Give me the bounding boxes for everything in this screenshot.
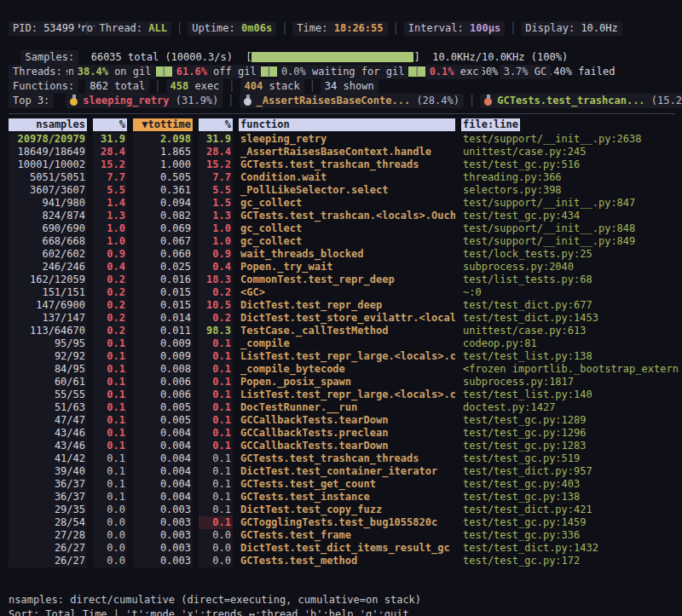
cell-pct-direct: 0.1 bbox=[93, 478, 127, 491]
cell-function: DictTest.test_copy_fuzz bbox=[239, 504, 455, 516]
cell-pct-cumulative: 0.1 bbox=[199, 401, 233, 414]
top3-percent: (28.4%) bbox=[410, 95, 459, 107]
cell-nsamples: 41/42 bbox=[9, 452, 87, 465]
threads-value: 0.0% bbox=[281, 66, 306, 78]
footer-legend: nsamples: direct/cumulative (direct=exec… bbox=[9, 593, 682, 607]
cell-fileline: <frozen importlib._bootstrap_external bbox=[461, 363, 679, 376]
cell-pct-direct: 0.4 bbox=[93, 261, 127, 273]
cell-tottime: 0.004 bbox=[133, 465, 193, 478]
cell-function: DictTest.test_store_evilattr.<locals... bbox=[239, 312, 455, 325]
cell-function: gc_collect bbox=[239, 222, 455, 235]
cell-nsamples: 113/64670 bbox=[9, 325, 87, 337]
cell-function: GCTests.test_frame bbox=[239, 529, 455, 542]
cell-pct-direct: 0.0 bbox=[93, 529, 127, 542]
cell-fileline: threading.py:366 bbox=[461, 171, 679, 184]
cell-function: GCTogglingTests.test_bug1055820c bbox=[239, 516, 455, 529]
threads-value: 38.4% bbox=[78, 66, 108, 78]
cell-pct-direct: 0.9 bbox=[93, 248, 127, 261]
info-display: Display: 10.0Hz bbox=[521, 21, 621, 36]
top3-function-name: _AssertRaisesBaseConte... bbox=[257, 95, 411, 107]
cell-fileline: unittest/case.py:613 bbox=[461, 325, 679, 337]
cell-pct-direct: 0.2 bbox=[93, 299, 127, 312]
cell-tottime: 0.505 bbox=[133, 171, 193, 184]
cell-pct-direct: 0.1 bbox=[93, 376, 127, 389]
cell-pct-cumulative: 0.0 bbox=[199, 542, 233, 555]
cell-pct-direct: 28.4 bbox=[93, 146, 127, 158]
cell-pct-cumulative: 0.1 bbox=[199, 452, 233, 465]
info-thread: Thread: ALL bbox=[95, 21, 170, 36]
functions-line: Functions:862 total│458 exec│404 stack│3… bbox=[9, 79, 682, 94]
cell-pct-cumulative: 0.0 bbox=[199, 529, 233, 542]
cell-nsamples: 92/92 bbox=[9, 350, 87, 363]
cell-nsamples: 690/690 bbox=[9, 222, 87, 235]
table-header-col-tottime[interactable]: ▼tottime bbox=[133, 118, 193, 131]
separator-icon: │ bbox=[84, 22, 90, 34]
cell-function: _PollLikeSelector.select bbox=[239, 184, 455, 197]
cell-fileline: test/test_gc.py:172 bbox=[461, 555, 679, 567]
threads-segment: 0.1% exc bbox=[425, 65, 483, 79]
cell-function: DocTestRunner.__run bbox=[239, 401, 455, 414]
cell-function: gc_collect bbox=[239, 197, 455, 210]
cell-fileline: test/test_gc.py:1459 bbox=[461, 516, 679, 529]
top3-entry[interactable]: GCTests.test_trashcan... (15.2%) bbox=[480, 94, 682, 108]
samples-line: Samples: 66035 total (10000.3/s)[] 10.0K… bbox=[9, 36, 682, 50]
footer-keybinds: Sort: Total Time | 't':mode 'x':trends ↔… bbox=[9, 607, 682, 616]
threads-segment: 38.4% on gil bbox=[73, 65, 156, 79]
cell-pct-direct: 1.0 bbox=[93, 222, 127, 235]
cell-tottime: 0.005 bbox=[133, 414, 193, 427]
functions-segment: 404 stack bbox=[240, 79, 304, 94]
cell-pct-cumulative: 0.1 bbox=[199, 350, 233, 363]
cell-pct-direct: 1.3 bbox=[93, 210, 127, 222]
cell-tottime: 0.015 bbox=[133, 286, 193, 299]
cell-fileline: subprocess.py:2040 bbox=[461, 261, 679, 273]
functions-value: 404 bbox=[245, 80, 263, 92]
cell-fileline: test/lock_tests.py:25 bbox=[461, 248, 679, 261]
top3-percent: (15.2%) bbox=[645, 95, 682, 107]
threads-text: GC bbox=[529, 66, 547, 78]
table-header-col-pct2[interactable]: % bbox=[199, 118, 233, 131]
cell-function: ListTest.test_repr_large.<locals>.check bbox=[239, 389, 455, 401]
footer: nsamples: direct/cumulative (direct=exec… bbox=[9, 593, 682, 616]
cell-nsamples: 5051/5051 bbox=[9, 171, 87, 184]
table-header-col-pct1[interactable]: % bbox=[93, 118, 127, 131]
samples-label: Samples: bbox=[20, 50, 78, 65]
cell-tottime: 0.069 bbox=[133, 222, 193, 235]
top3-entry[interactable]: _AssertRaisesBaseConte... (28.4%) bbox=[240, 94, 464, 108]
cell-fileline: test/test_gc.py:519 bbox=[461, 452, 679, 465]
functions-segment: 862 total bbox=[85, 79, 149, 94]
cell-pct-cumulative: 0.2 bbox=[199, 312, 233, 325]
info-pid-label: PID: bbox=[13, 22, 43, 34]
cell-pct-cumulative: 0.1 bbox=[199, 478, 233, 491]
table-header-col-fileline[interactable]: file:line bbox=[461, 118, 520, 131]
cell-fileline: test/support/__init__.py:849 bbox=[461, 235, 679, 248]
cell-tottime: 0.005 bbox=[133, 401, 193, 414]
cell-pct-direct: 0.1 bbox=[93, 350, 127, 363]
separator-icon: │ bbox=[393, 22, 399, 34]
info-thread-label: Thread: bbox=[99, 22, 148, 34]
cell-pct-cumulative: 28.4 bbox=[199, 146, 233, 158]
cell-function: Popen._posix_spawn bbox=[239, 376, 455, 389]
table-header-col-nsamples[interactable]: nsamples bbox=[9, 118, 87, 131]
cell-nsamples: 28/54 bbox=[9, 516, 87, 529]
info-time-label: Time: bbox=[297, 22, 333, 34]
cell-function: _compile_bytecode bbox=[239, 363, 455, 376]
cell-pct-direct: 1.0 bbox=[93, 235, 127, 248]
cell-tottime: 0.094 bbox=[133, 197, 193, 210]
cell-fileline: test/test_gc.py:1289 bbox=[461, 414, 679, 427]
cell-nsamples: 18649/18649 bbox=[9, 146, 87, 158]
cell-tottime: 0.003 bbox=[133, 516, 193, 529]
cell-fileline: test/test_dict.py:421 bbox=[461, 504, 679, 516]
functions-value: 862 bbox=[90, 80, 108, 92]
functions-label: Functions: bbox=[9, 79, 78, 94]
top3-entry[interactable]: sleeping_retry (31.9%) bbox=[66, 94, 223, 108]
threads-segment: 3.7% GC bbox=[500, 65, 552, 79]
cell-function: sleeping_retry bbox=[239, 133, 455, 146]
cell-pct-cumulative: 0.1 bbox=[199, 389, 233, 401]
cell-pct-direct: 0.2 bbox=[93, 325, 127, 337]
cell-tottime: 0.004 bbox=[133, 427, 193, 440]
separator-icon: │ bbox=[510, 22, 516, 34]
cell-function: GCCallbackTests.preclean bbox=[239, 427, 455, 440]
cell-function: TestCase._callTestMethod bbox=[239, 325, 455, 337]
table-header-col-function[interactable]: function bbox=[239, 118, 455, 131]
cell-pct-cumulative: 1.5 bbox=[199, 197, 233, 210]
